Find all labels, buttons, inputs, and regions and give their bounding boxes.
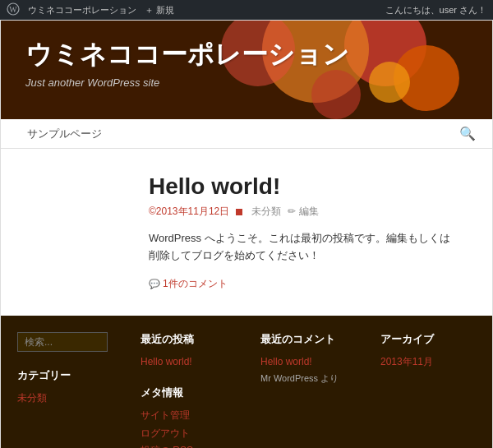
nav-sample-page[interactable]: サンプルページ — [17, 119, 112, 149]
site-footer: カテゴリー 未分類 最近の投稿 Hello world! メタ情報 サイト管理 … — [1, 316, 492, 448]
footer-left-col: カテゴリー 未分類 — [17, 332, 116, 448]
footer-inner: カテゴリー 未分類 最近の投稿 Hello world! メタ情報 サイト管理 … — [17, 332, 476, 448]
post-category[interactable]: 未分類 — [251, 205, 281, 219]
site-wrapper: ウミネココーポレーション Just another WordPress site… — [0, 20, 493, 448]
wp-icon: W — [7, 2, 20, 17]
admin-bar-left: W ウミネココーポレーション ＋ 新規 — [7, 2, 174, 17]
footer-recent-comments-title: 最近のコメント — [260, 332, 356, 347]
post-date: ©2013年11月12日 — [149, 205, 229, 219]
footer-meta-title: メタ情報 — [141, 386, 236, 400]
footer-archives-col: アーカイブ 2013年11月 — [380, 332, 476, 448]
footer-meta-link-2[interactable]: 投稿の RSS — [141, 442, 236, 448]
footer-recent-comments-col: 最近のコメント Hello world! Mr WordPress より — [260, 332, 356, 448]
post-body: WordPress へようこそ。これは最初の投稿です。編集もしくは削除してブログ… — [149, 230, 451, 265]
site-header: ウミネココーポレーション Just another WordPress site — [1, 21, 492, 119]
site-description: Just another WordPress site — [25, 76, 468, 89]
footer-meta-link-0[interactable]: サイト管理 — [141, 407, 236, 425]
admin-bar-greeting: こんにちは、user さん！ — [385, 4, 486, 16]
category-dot — [236, 209, 242, 215]
admin-bar-new[interactable]: ＋ 新規 — [145, 4, 174, 16]
footer-categories-title: カテゴリー — [17, 368, 116, 383]
site-nav: サンプルページ 🔍 — [1, 119, 492, 149]
comment-link[interactable]: 1件のコメント — [149, 278, 228, 289]
post-title: Hello world! — [149, 173, 451, 200]
admin-bar: W ウミネココーポレーション ＋ 新規 こんにちは、user さん！ — [0, 0, 493, 20]
post-meta: ©2013年11月12日 未分類 編集 — [149, 205, 451, 219]
footer-archives-title: アーカイブ — [380, 332, 476, 347]
nav-links: サンプルページ — [17, 119, 112, 149]
footer-recent-posts-col: 最近の投稿 Hello world! メタ情報 サイト管理 ログアウト 投稿の … — [141, 332, 236, 448]
footer-recent-post-0[interactable]: Hello world! — [141, 353, 236, 372]
svg-text:W: W — [9, 5, 17, 14]
footer-comment-author-0: Mr WordPress より — [260, 373, 339, 383]
footer-category-item[interactable]: 未分類 — [17, 390, 116, 408]
footer-archive-0[interactable]: 2013年11月 — [380, 353, 476, 372]
footer-meta-link-1[interactable]: ログアウト — [141, 425, 236, 443]
post-edit-link[interactable]: 編集 — [288, 205, 318, 219]
footer-comment-0: Hello world! Mr WordPress より — [260, 353, 356, 386]
footer-comment-post-0[interactable]: Hello world! — [260, 353, 356, 372]
admin-bar-site-name[interactable]: ウミネココーポレーション — [28, 4, 136, 16]
footer-recent-posts-title: 最近の投稿 — [141, 332, 236, 347]
site-title[interactable]: ウミネココーポレーション — [25, 37, 468, 73]
search-icon[interactable]: 🔍 — [459, 126, 476, 141]
footer-search — [17, 332, 116, 352]
footer-search-input[interactable] — [17, 332, 108, 352]
main-content: Hello world! ©2013年11月12日 未分類 編集 WordPre… — [1, 149, 492, 316]
